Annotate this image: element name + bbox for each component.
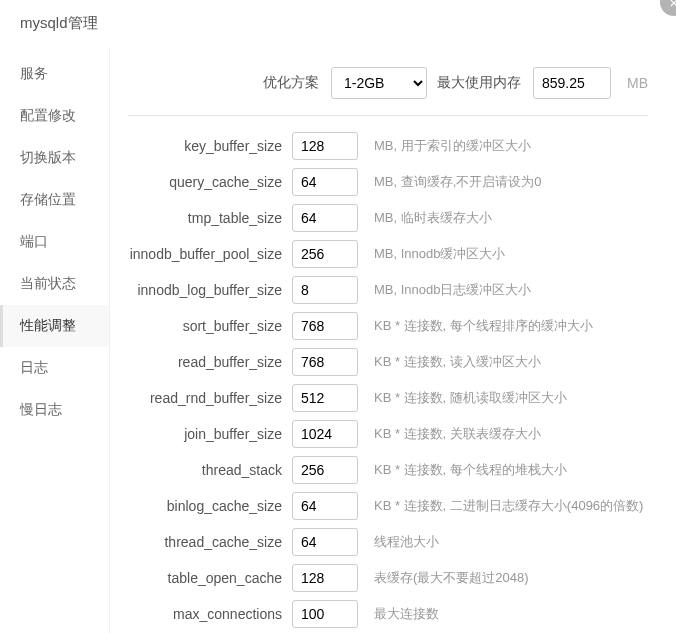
sidebar-item-2[interactable]: 切换版本 [0,137,109,179]
param-row-read_rnd_buffer_size: read_rnd_buffer_sizeKB * 连接数, 随机读取缓冲区大小 [128,384,648,412]
sidebar-item-0[interactable]: 服务 [0,53,109,95]
close-icon: × [670,0,676,11]
plan-select[interactable]: 1-2GB2-4GB4-8GB8-16GB [331,67,427,99]
sidebar-item-5[interactable]: 当前状态 [0,263,109,305]
param-desc: KB * 连接数, 读入缓冲区大小 [374,353,541,371]
param-label: read_buffer_size [128,354,292,370]
param-row-query_cache_size: query_cache_sizeMB, 查询缓存,不开启请设为0 [128,168,648,196]
param-label: sort_buffer_size [128,318,292,334]
param-row-key_buffer_size: key_buffer_sizeMB, 用于索引的缓冲区大小 [128,132,648,160]
max-memory-label: 最大使用内存 [437,74,521,92]
params-list: key_buffer_sizeMB, 用于索引的缓冲区大小query_cache… [128,132,648,628]
param-input-thread_stack[interactable] [292,456,358,484]
param-label: thread_cache_size [128,534,292,550]
param-desc: KB * 连接数, 关联表缓存大小 [374,425,541,443]
param-label: tmp_table_size [128,210,292,226]
param-input-thread_cache_size[interactable] [292,528,358,556]
param-desc: 表缓存(最大不要超过2048) [374,569,529,587]
param-input-read_buffer_size[interactable] [292,348,358,376]
sidebar-item-3[interactable]: 存储位置 [0,179,109,221]
param-desc: MB, Innodb缓冲区大小 [374,245,506,263]
param-desc: KB * 连接数, 每个线程排序的缓冲大小 [374,317,593,335]
param-row-read_buffer_size: read_buffer_sizeKB * 连接数, 读入缓冲区大小 [128,348,648,376]
param-desc: KB * 连接数, 随机读取缓冲区大小 [374,389,567,407]
param-label: binlog_cache_size [128,498,292,514]
param-input-table_open_cache[interactable] [292,564,358,592]
param-row-table_open_cache: table_open_cache表缓存(最大不要超过2048) [128,564,648,592]
param-input-read_rnd_buffer_size[interactable] [292,384,358,412]
param-row-thread_cache_size: thread_cache_size线程池大小 [128,528,648,556]
param-desc: MB, 临时表缓存大小 [374,209,492,227]
param-label: table_open_cache [128,570,292,586]
plan-label: 优化方案 [263,74,319,92]
sidebar-item-6[interactable]: 性能调整 [0,305,109,347]
sidebar: 服务配置修改切换版本存储位置端口当前状态性能调整日志慢日志 [0,47,110,633]
param-input-query_cache_size[interactable] [292,168,358,196]
sidebar-item-7[interactable]: 日志 [0,347,109,389]
param-row-sort_buffer_size: sort_buffer_sizeKB * 连接数, 每个线程排序的缓冲大小 [128,312,648,340]
param-row-binlog_cache_size: binlog_cache_sizeKB * 连接数, 二进制日志缓存大小(409… [128,492,648,520]
sidebar-item-1[interactable]: 配置修改 [0,95,109,137]
param-row-innodb_buffer_pool_size: innodb_buffer_pool_sizeMB, Innodb缓冲区大小 [128,240,648,268]
param-desc: 最大连接数 [374,605,439,623]
param-input-sort_buffer_size[interactable] [292,312,358,340]
sidebar-item-4[interactable]: 端口 [0,221,109,263]
param-input-innodb_log_buffer_size[interactable] [292,276,358,304]
page-title: mysqld管理 [20,14,98,31]
param-input-innodb_buffer_pool_size[interactable] [292,240,358,268]
param-label: max_connections [128,606,292,622]
param-label: key_buffer_size [128,138,292,154]
param-desc: KB * 连接数, 每个线程的堆栈大小 [374,461,567,479]
param-input-binlog_cache_size[interactable] [292,492,358,520]
param-label: innodb_log_buffer_size [128,282,292,298]
param-label: query_cache_size [128,174,292,190]
content-panel: 优化方案 1-2GB2-4GB4-8GB8-16GB 最大使用内存 MB key… [110,47,676,633]
max-memory-input[interactable] [533,67,611,99]
param-row-max_connections: max_connections最大连接数 [128,600,648,628]
param-label: thread_stack [128,462,292,478]
top-options-row: 优化方案 1-2GB2-4GB4-8GB8-16GB 最大使用内存 MB [128,67,648,116]
param-desc: 线程池大小 [374,533,439,551]
param-desc: KB * 连接数, 二进制日志缓存大小(4096的倍数) [374,497,643,515]
close-button[interactable]: × [660,0,676,16]
param-row-tmp_table_size: tmp_table_sizeMB, 临时表缓存大小 [128,204,648,232]
param-label: read_rnd_buffer_size [128,390,292,406]
param-input-tmp_table_size[interactable] [292,204,358,232]
param-input-max_connections[interactable] [292,600,358,628]
param-input-join_buffer_size[interactable] [292,420,358,448]
param-desc: MB, 用于索引的缓冲区大小 [374,137,531,155]
max-memory-unit: MB [627,75,648,91]
param-desc: MB, Innodb日志缓冲区大小 [374,281,532,299]
param-row-innodb_log_buffer_size: innodb_log_buffer_sizeMB, Innodb日志缓冲区大小 [128,276,648,304]
param-label: innodb_buffer_pool_size [128,246,292,262]
param-row-join_buffer_size: join_buffer_sizeKB * 连接数, 关联表缓存大小 [128,420,648,448]
sidebar-item-8[interactable]: 慢日志 [0,389,109,431]
param-desc: MB, 查询缓存,不开启请设为0 [374,173,542,191]
param-label: join_buffer_size [128,426,292,442]
param-input-key_buffer_size[interactable] [292,132,358,160]
param-row-thread_stack: thread_stackKB * 连接数, 每个线程的堆栈大小 [128,456,648,484]
